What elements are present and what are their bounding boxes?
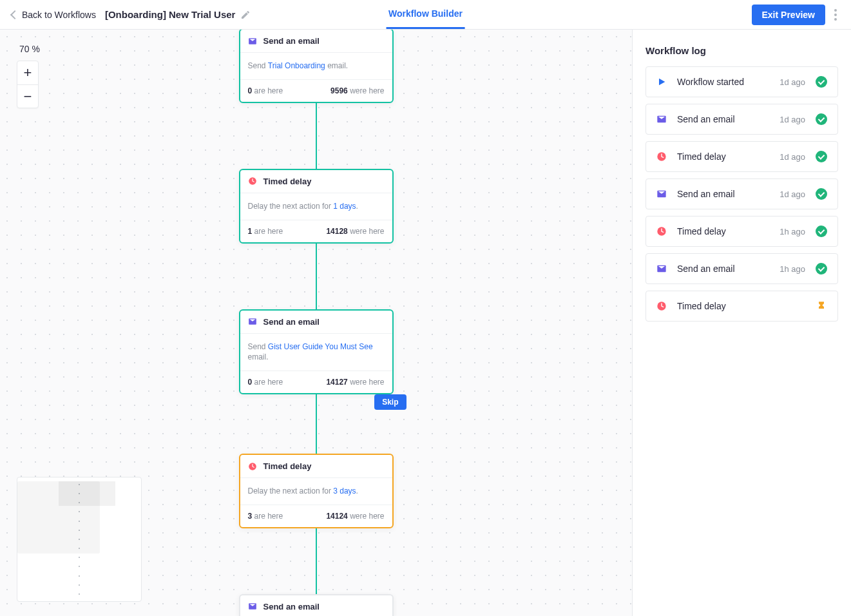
clock-icon — [656, 301, 667, 311]
clock-icon — [656, 226, 667, 236]
log-item-label: Send an email — [677, 189, 769, 199]
minimap[interactable] — [17, 477, 142, 602]
zoom-in-button[interactable]: + — [17, 61, 38, 84]
log-item[interactable]: Send an email1h ago — [645, 253, 838, 284]
hourglass-icon — [816, 300, 827, 312]
edit-title-button[interactable] — [240, 10, 251, 20]
check-circle-icon — [816, 188, 827, 200]
zoom-level: 70 % — [19, 44, 40, 54]
check-circle-icon — [816, 263, 827, 274]
play-icon — [656, 77, 667, 87]
node-title: Send an email — [263, 317, 320, 327]
node-body: Send Trial Onboarding email. — [240, 53, 392, 80]
node-footer: 1 are here 14128 were here — [240, 220, 392, 242]
node-footer: 3 are here 14124 were here — [240, 505, 392, 527]
mail-icon — [248, 602, 257, 611]
log-item-time: 1h ago — [779, 227, 805, 236]
email-template-link[interactable]: Gist User Guide You Must See — [268, 342, 373, 351]
back-label: Back to Workflows — [22, 10, 96, 20]
node-footer: 0 are here 14127 were here — [240, 371, 392, 393]
workflow-title: [Onboarding] New Trial User — [105, 9, 251, 20]
workflow-canvas[interactable]: 70 % + − Send an email Send Trial Onboar… — [0, 30, 632, 616]
topbar: Back to Workflows [Onboarding] New Trial… — [0, 0, 851, 30]
log-item-label: Send an email — [677, 114, 769, 124]
mail-icon — [248, 317, 257, 326]
email-template-link[interactable]: Trial Onboarding — [268, 61, 325, 70]
log-title: Workflow log — [645, 45, 838, 56]
chevron-left-icon — [10, 10, 19, 19]
clock-icon — [248, 462, 257, 471]
skip-button[interactable]: Skip — [374, 394, 406, 410]
log-item-label: Timed delay — [677, 151, 769, 162]
log-item-label: Timed delay — [677, 301, 795, 311]
mail-icon — [656, 114, 667, 124]
delay-duration-link[interactable]: 3 days — [333, 486, 356, 496]
log-item-time: 1d ago — [779, 189, 805, 199]
node-title: Timed delay — [263, 461, 312, 471]
log-item[interactable]: Send an email1d ago — [645, 178, 838, 209]
tab-workflow-builder[interactable]: Workflow Builder — [386, 0, 465, 29]
node-title: Send an email — [263, 36, 320, 46]
node-title: Timed delay — [263, 177, 312, 186]
check-circle-icon — [816, 151, 827, 162]
log-item[interactable]: Timed delay — [645, 291, 838, 322]
node-send-email-3[interactable]: Send an email — [239, 594, 394, 616]
check-circle-icon — [816, 226, 827, 237]
clock-icon — [248, 177, 257, 186]
back-to-workflows[interactable]: Back to Workflows — [12, 10, 96, 20]
more-menu-button[interactable] — [832, 6, 839, 23]
log-item[interactable]: Timed delay1d ago — [645, 141, 838, 172]
log-item-time: 1h ago — [779, 264, 805, 274]
delay-duration-link[interactable]: 1 days — [333, 202, 356, 211]
node-timed-delay-current[interactable]: Timed delay Delay the next action for 3 … — [239, 454, 394, 528]
mail-icon — [248, 37, 257, 46]
zoom-out-button[interactable]: − — [17, 84, 38, 108]
node-body: Delay the next action for 3 days. — [240, 478, 392, 505]
node-timed-delay-1[interactable]: Timed delay Delay the next action for 1 … — [239, 169, 394, 244]
connector-with-skip: Skip — [239, 394, 394, 454]
clock-icon — [656, 151, 667, 162]
log-item-time: 1d ago — [779, 115, 805, 124]
workflow-flow: Send an email Send Trial Onboarding emai… — [239, 30, 394, 616]
log-item-label: Workflow started — [677, 77, 769, 87]
log-item-time: 1d ago — [779, 152, 805, 162]
check-circle-icon — [816, 76, 827, 88]
node-send-email-1[interactable]: Send an email Send Trial Onboarding emai… — [239, 30, 394, 103]
mail-icon — [656, 189, 667, 199]
node-body: Send Gist User Guide You Must See email. — [240, 334, 392, 372]
check-circle-icon — [816, 113, 827, 125]
node-send-email-2[interactable]: Send an email Send Gist User Guide You M… — [239, 309, 394, 395]
log-item-time: 1d ago — [779, 77, 805, 87]
workflow-log-panel: Workflow log Workflow started1d agoSend … — [632, 30, 851, 616]
log-item[interactable]: Timed delay1h ago — [645, 216, 838, 247]
node-footer: 0 are here 9596 were here — [240, 80, 392, 102]
node-body: Delay the next action for 1 days. — [240, 193, 392, 220]
exit-preview-button[interactable]: Exit Preview — [752, 5, 826, 25]
zoom-controls: + − — [17, 61, 39, 108]
log-item-label: Send an email — [677, 264, 769, 274]
log-item-label: Timed delay — [677, 226, 769, 236]
log-item[interactable]: Send an email1d ago — [645, 104, 838, 135]
node-title: Send an email — [263, 602, 320, 611]
log-item[interactable]: Workflow started1d ago — [645, 66, 838, 97]
mail-icon — [656, 264, 667, 274]
